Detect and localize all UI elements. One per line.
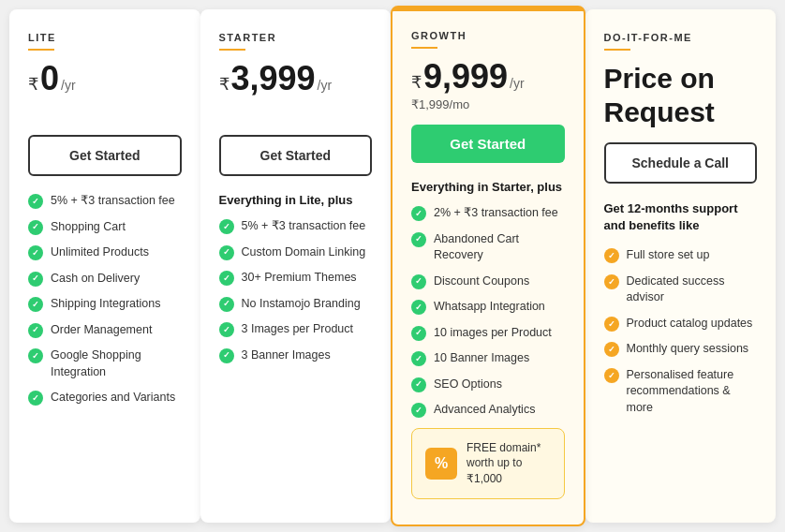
- feature-item: 30+ Premium Themes: [219, 270, 373, 287]
- feature-item: Order Management: [28, 322, 182, 339]
- feature-item: 2% + ₹3 transaction fee: [411, 205, 565, 222]
- cta-growth[interactable]: Get Started: [411, 125, 565, 163]
- plan-name-growth: GROWTH: [411, 30, 565, 41]
- features-intro-growth: Everything in Starter, plus: [411, 180, 565, 194]
- check-icon: [411, 274, 426, 289]
- plan-name-diy: DO-IT-FOR-ME: [604, 32, 758, 43]
- feature-item: Abandoned Cart Recovery: [411, 231, 565, 264]
- feature-item: Unlimited Products: [28, 244, 182, 261]
- feature-item: 3 Images per Product: [219, 321, 373, 338]
- check-icon: [219, 297, 234, 312]
- plan-underline-diy: [604, 49, 630, 51]
- check-icon: [604, 248, 619, 263]
- check-icon: [28, 272, 43, 287]
- check-icon: [28, 297, 43, 312]
- feature-item: Categories and Variants: [28, 390, 182, 406]
- check-icon: [219, 322, 234, 337]
- pricing-container: LITE ₹ 0 /yr Get Started 5% + ₹3 transac…: [9, 9, 776, 523]
- feature-item: No Instamojo Branding: [219, 296, 373, 313]
- feature-item: Dedicated success advisor: [604, 273, 758, 306]
- price-row-growth: ₹ 9,999 /yr: [411, 60, 565, 94]
- feature-item: 10 Banner Images: [411, 350, 565, 367]
- features-intro-starter: Everything in Lite, plus: [219, 193, 373, 207]
- check-icon: [28, 220, 43, 235]
- check-icon: [28, 391, 43, 406]
- feature-item: 10 images per Product: [411, 325, 565, 342]
- check-icon: [219, 245, 234, 260]
- price-period-starter: /yr: [318, 78, 333, 93]
- check-icon: [604, 342, 619, 357]
- feature-item: Whatsapp Integration: [411, 299, 565, 316]
- price-row-starter: ₹ 3,999 /yr: [219, 62, 373, 96]
- feature-item: Advanced Analytics: [411, 402, 565, 419]
- diy-price: Price on Request: [604, 62, 758, 129]
- check-icon: [219, 271, 234, 286]
- check-icon: [604, 368, 619, 383]
- price-row-lite: ₹ 0 /yr: [28, 62, 182, 96]
- check-icon: [411, 206, 426, 221]
- check-icon: [604, 274, 619, 289]
- plan-name-starter: STARTER: [219, 32, 373, 43]
- currency-lite: ₹: [28, 74, 38, 95]
- plan-lite: LITE ₹ 0 /yr Get Started 5% + ₹3 transac…: [9, 9, 200, 523]
- feature-item: Personalised feature recommendations & m…: [604, 367, 758, 417]
- price-monthly-growth: ₹1,999/mo: [411, 97, 565, 111]
- percent-icon: %: [425, 448, 457, 480]
- currency-starter: ₹: [219, 74, 230, 95]
- feature-item: 3 Banner Images: [219, 347, 373, 364]
- price-period-lite: /yr: [61, 78, 76, 93]
- currency-growth: ₹: [411, 72, 422, 93]
- feature-item: Google Shopping Integration: [28, 347, 182, 380]
- feature-list-diy: Full store set up Dedicated success advi…: [604, 247, 758, 416]
- check-icon: [604, 317, 619, 332]
- feature-item: Shopping Cart: [28, 219, 182, 236]
- plan-underline-lite: [28, 49, 54, 51]
- plan-name-lite: LITE: [28, 32, 182, 43]
- feature-item: Cash on Delivery: [28, 271, 182, 288]
- check-icon: [28, 323, 43, 338]
- plan-diy: DO-IT-FOR-ME Price on Request Schedule a…: [585, 9, 777, 523]
- plan-underline-starter: [219, 49, 245, 51]
- price-amount-lite: 0: [40, 62, 59, 96]
- cta-lite[interactable]: Get Started: [28, 135, 182, 176]
- price-amount-growth: 9,999: [423, 60, 508, 94]
- check-icon: [411, 351, 426, 366]
- feature-item: Full store set up: [604, 247, 758, 264]
- price-period-growth: /yr: [510, 76, 525, 91]
- feature-list-growth: 2% + ₹3 transaction fee Abandoned Cart R…: [411, 205, 565, 419]
- feature-list-lite: 5% + ₹3 transaction fee Shopping Cart Un…: [28, 193, 182, 406]
- plan-starter: STARTER ₹ 3,999 /yr Get Started Everythi…: [200, 9, 392, 523]
- feature-item: Custom Domain Linking: [219, 244, 373, 261]
- check-icon: [28, 245, 43, 260]
- feature-item: 5% + ₹3 transaction fee: [28, 193, 182, 210]
- feature-item: Discount Coupons: [411, 273, 565, 290]
- check-icon: [28, 194, 43, 209]
- check-icon: [411, 403, 426, 418]
- check-icon: [219, 348, 234, 363]
- feature-item: Monthly query sessions: [604, 341, 758, 358]
- cta-starter[interactable]: Get Started: [219, 135, 373, 176]
- check-icon: [411, 232, 426, 247]
- check-icon: [411, 377, 426, 392]
- feature-item: Product catalog updates: [604, 316, 758, 332]
- check-icon: [411, 300, 426, 315]
- plan-underline-growth: [411, 47, 437, 49]
- growth-top-bar: [392, 7, 584, 11]
- check-icon: [28, 348, 43, 363]
- check-icon: [219, 219, 234, 234]
- price-amount-starter: 3,999: [231, 62, 316, 96]
- cta-diy[interactable]: Schedule a Call: [604, 142, 758, 184]
- free-domain-text: FREE domain* worth up to ₹1,000: [467, 440, 551, 487]
- feature-item: SEO Options: [411, 377, 565, 393]
- plan-growth: GROWTH ₹ 9,999 /yr ₹1,999/mo Get Started…: [391, 6, 585, 526]
- support-text: Get 12-months support and benefits like: [604, 200, 758, 234]
- free-domain-box: % FREE domain* worth up to ₹1,000: [411, 428, 565, 499]
- feature-list-starter: 5% + ₹3 transaction fee Custom Domain Li…: [219, 218, 373, 363]
- check-icon: [411, 326, 426, 341]
- feature-item: 5% + ₹3 transaction fee: [219, 218, 373, 235]
- feature-item: Shipping Integrations: [28, 296, 182, 313]
